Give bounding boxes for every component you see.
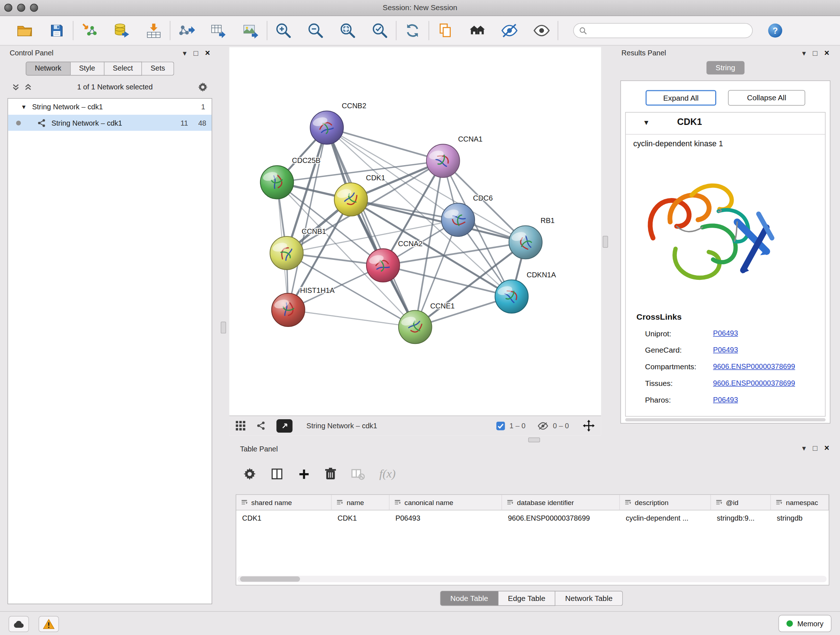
gene-section-header[interactable]: ▼ CDK1: [626, 112, 825, 135]
results-scrollbar[interactable]: [625, 418, 826, 421]
close-panel-icon[interactable]: ×: [824, 49, 829, 57]
expand-all-tree-icon[interactable]: [24, 83, 32, 91]
crosslink-link[interactable]: P06493: [713, 346, 738, 354]
tab-string[interactable]: String: [706, 61, 745, 74]
crosslink-row: Pharos:P06493: [626, 391, 825, 408]
maximize-panel-icon[interactable]: □: [194, 49, 198, 57]
help-icon[interactable]: ?: [764, 19, 786, 42]
import-table-icon[interactable]: [143, 19, 164, 42]
zoom-in-icon[interactable]: [273, 19, 294, 42]
results-panel-title: Results Panel: [622, 49, 666, 57]
crosslink-row: Uniprot:P06493: [626, 325, 825, 341]
splitter-handle[interactable]: [528, 437, 540, 442]
expand-all-button[interactable]: Expand All: [645, 90, 716, 106]
export-image-icon[interactable]: [240, 19, 261, 42]
refresh-icon[interactable]: [402, 19, 423, 42]
tab-style[interactable]: Style: [71, 62, 104, 76]
column-header--id[interactable]: @id: [711, 495, 771, 510]
network-node-ccna1[interactable]: [426, 144, 460, 177]
memory-button[interactable]: Memory: [778, 615, 831, 632]
tab-network-table[interactable]: Network Table: [556, 591, 623, 606]
gear-icon[interactable]: [243, 467, 256, 480]
network-node-ccne1[interactable]: [399, 310, 432, 344]
column-header-database-identifier[interactable]: database identifier: [502, 495, 620, 510]
add-column-icon[interactable]: [298, 468, 310, 480]
network-node-ccnb1[interactable]: [270, 236, 303, 270]
tab-edge-table[interactable]: Edge Table: [498, 591, 555, 606]
maximize-panel-icon[interactable]: □: [813, 49, 818, 57]
disclosure-triangle-icon[interactable]: ▼: [21, 103, 27, 110]
save-session-icon[interactable]: [46, 19, 67, 42]
network-node-cdc25b[interactable]: [261, 166, 294, 199]
first-neighbors-icon[interactable]: [467, 19, 488, 42]
selected-checkbox-icon[interactable]: [496, 421, 505, 430]
gear-icon[interactable]: [197, 82, 208, 92]
tab-sets[interactable]: Sets: [142, 62, 174, 76]
network-node-cdk1[interactable]: [334, 183, 368, 216]
show-all-icon[interactable]: [531, 19, 553, 42]
close-panel-icon[interactable]: ×: [824, 444, 829, 453]
scrollbar-thumb[interactable]: [240, 576, 300, 582]
open-session-icon[interactable]: [14, 19, 35, 42]
duplicate-document-icon[interactable]: [434, 19, 456, 42]
column-header-shared-name[interactable]: shared name: [236, 495, 332, 510]
zoom-selected-icon[interactable]: [369, 19, 390, 42]
hide-selected-icon[interactable]: [499, 19, 520, 42]
import-network-icon[interactable]: [79, 19, 100, 42]
network-collection-label: String Network – cdk1: [32, 103, 103, 111]
string-network-graph[interactable]: CCNB2CCNA1CDC25BCDK1CDC6RB1CCNB1CCNA2CDK…: [229, 47, 601, 415]
close-panel-icon[interactable]: ×: [205, 49, 210, 57]
zoom-fit-icon[interactable]: [337, 19, 358, 42]
export-table-icon[interactable]: [208, 19, 229, 42]
network-node-cdkn1a[interactable]: [495, 280, 528, 313]
memory-status-dot: [786, 620, 793, 627]
table-row[interactable]: CDK1CDK1P064939606.ENSP00000378699cyclin…: [236, 510, 829, 525]
network-share-icon: [37, 119, 46, 127]
collapse-all-tree-icon[interactable]: [12, 83, 20, 91]
crosslink-link[interactable]: P06493: [713, 396, 738, 404]
share-network-icon[interactable]: [256, 421, 266, 431]
crosslink-link[interactable]: 9606.ENSP00000378699: [713, 379, 795, 387]
crosslink-link[interactable]: 9606.ENSP00000378699: [713, 363, 795, 371]
search-box[interactable]: [573, 23, 753, 38]
zoom-out-icon[interactable]: [305, 19, 326, 42]
warnings-button[interactable]: [39, 616, 59, 632]
float-panel-icon[interactable]: ▾: [183, 49, 186, 57]
import-table-from-database-icon[interactable]: [111, 19, 133, 42]
network-row-selected[interactable]: String Network – cdk1 11 48: [8, 115, 212, 131]
disclosure-triangle-icon[interactable]: ▼: [643, 119, 650, 126]
tab-node-table[interactable]: Node Table: [440, 591, 499, 606]
splitter-handle[interactable]: [221, 322, 226, 334]
column-header-canonical-name[interactable]: canonical name: [390, 495, 502, 510]
network-node-rb1[interactable]: [509, 226, 542, 259]
network-node-cdc6[interactable]: [441, 203, 475, 236]
table-horizontal-scrollbar[interactable]: [237, 576, 827, 582]
birds-eye-view-icon[interactable]: [236, 421, 246, 431]
network-node-hist1h1a[interactable]: [272, 293, 305, 326]
splitter-handle[interactable]: [603, 236, 608, 248]
crosslink-link[interactable]: P06493: [713, 329, 738, 337]
pan-crosshair-icon[interactable]: [583, 420, 595, 432]
float-panel-icon[interactable]: ▾: [802, 49, 806, 57]
column-header-name[interactable]: name: [332, 495, 390, 510]
open-in-window-icon[interactable]: [276, 419, 292, 432]
export-network-icon[interactable]: [176, 19, 197, 42]
column-header-description[interactable]: description: [620, 495, 711, 510]
search-input[interactable]: [591, 26, 747, 35]
maximize-panel-icon[interactable]: □: [813, 445, 818, 452]
network-collection-row[interactable]: ▼ String Network – cdk1 1: [8, 98, 212, 114]
delete-row-trash-icon[interactable]: [325, 467, 336, 480]
collapse-all-button[interactable]: Collapse All: [728, 90, 805, 106]
node-table: shared namenamecanonical namedatabase id…: [236, 494, 829, 585]
network-canvas[interactable]: CCNB2CCNA1CDC25BCDK1CDC6RB1CCNB1CCNA2CDK…: [229, 47, 601, 435]
tab-network[interactable]: Network: [26, 62, 71, 76]
network-node-ccna2[interactable]: [366, 249, 400, 282]
float-panel-icon[interactable]: ▾: [802, 445, 806, 452]
column-header-namespac[interactable]: namespac: [771, 495, 829, 510]
cloud-button[interactable]: [9, 616, 29, 632]
hidden-eye-icon[interactable]: [537, 421, 548, 430]
tab-select[interactable]: Select: [104, 62, 142, 76]
show-columns-icon[interactable]: [271, 467, 284, 480]
node-label-ccne1: CCNE1: [430, 302, 455, 310]
network-node-ccnb2[interactable]: [310, 111, 343, 144]
